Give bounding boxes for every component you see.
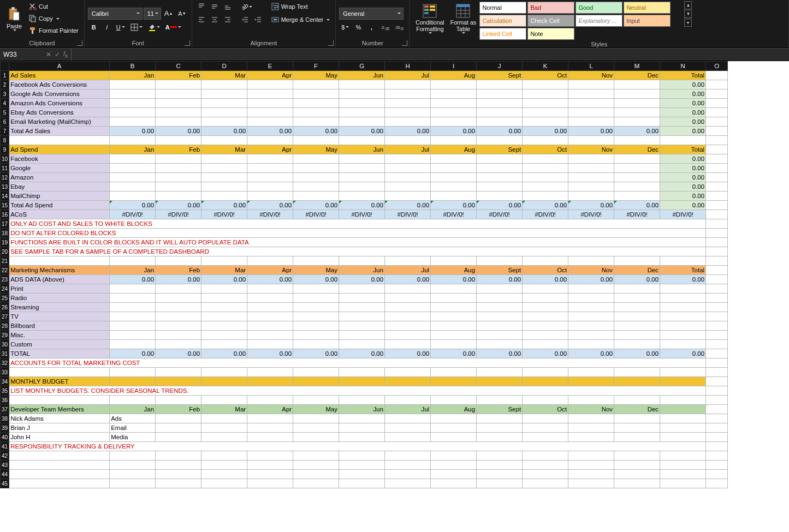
gallery-up-button[interactable]: ▲ (684, 1, 692, 9)
cell[interactable] (293, 433, 339, 442)
cell[interactable] (431, 377, 477, 386)
cell[interactable]: 0.00 (431, 201, 477, 210)
cell[interactable] (339, 451, 385, 461)
cell[interactable] (523, 108, 568, 117)
row-header[interactable]: 8 (1, 136, 9, 145)
cell[interactable] (110, 303, 156, 312)
cell[interactable] (247, 470, 293, 479)
cell[interactable] (339, 331, 385, 340)
cell[interactable] (339, 414, 385, 423)
cell[interactable]: Nov (568, 266, 614, 275)
fx-button[interactable]: fx (63, 50, 68, 59)
cell[interactable] (614, 303, 660, 312)
cell[interactable]: Email (110, 423, 156, 433)
cell[interactable] (385, 294, 431, 303)
cell[interactable] (706, 479, 728, 488)
cell[interactable] (660, 470, 706, 479)
cell[interactable] (568, 433, 614, 442)
cell[interactable]: 0.00 (293, 349, 339, 358)
format-painter-button[interactable]: Format Painter (27, 25, 81, 36)
cell[interactable] (477, 312, 523, 321)
cell[interactable] (110, 80, 156, 89)
column-header[interactable]: I (431, 62, 477, 71)
cell[interactable] (385, 470, 431, 479)
cell[interactable] (568, 154, 614, 164)
cell[interactable] (293, 108, 339, 117)
cell[interactable] (247, 414, 293, 423)
cell[interactable] (477, 433, 523, 442)
cell[interactable] (339, 89, 385, 99)
cell[interactable]: Oct (523, 71, 568, 80)
cell[interactable]: 0.00 (339, 349, 385, 358)
cell[interactable] (156, 321, 201, 331)
increase-indent-button[interactable] (252, 14, 264, 25)
cell[interactable]: 0.00 (523, 201, 568, 210)
row-header[interactable]: 41 (1, 442, 9, 451)
cell[interactable] (156, 294, 201, 303)
cell[interactable]: Ebay Ads Conversions (9, 108, 110, 117)
row-header[interactable]: 27 (1, 312, 9, 321)
cell[interactable] (201, 80, 247, 89)
cell[interactable]: Dec (614, 71, 660, 80)
cell[interactable] (385, 99, 431, 108)
cell[interactable] (293, 192, 339, 201)
cell[interactable] (523, 256, 568, 266)
cell[interactable] (614, 368, 660, 377)
cell[interactable] (523, 164, 568, 173)
column-header[interactable]: K (523, 62, 568, 71)
cell[interactable] (477, 154, 523, 164)
cell[interactable]: May (293, 71, 339, 80)
cell[interactable] (201, 164, 247, 173)
cell[interactable] (385, 479, 431, 488)
cell-style-chip[interactable]: Calculation (479, 15, 526, 27)
row-header[interactable]: 22 (1, 266, 9, 275)
cell[interactable]: MONTHLY BUDGET (9, 377, 110, 386)
cell[interactable]: #DIV/0! (660, 210, 706, 219)
cell[interactable] (568, 136, 614, 145)
cell[interactable]: Media (110, 433, 156, 442)
cell[interactable] (201, 284, 247, 294)
cell[interactable] (201, 377, 247, 386)
cell[interactable] (568, 340, 614, 349)
cell[interactable]: Sept (477, 266, 523, 275)
cell[interactable] (660, 368, 706, 377)
merge-center-button[interactable]: Merge & Center (269, 14, 333, 25)
cell[interactable] (339, 423, 385, 433)
cell[interactable] (431, 368, 477, 377)
cell[interactable] (293, 461, 339, 470)
cell[interactable] (110, 451, 156, 461)
cell[interactable] (431, 136, 477, 145)
cell[interactable]: 0.00 (614, 201, 660, 210)
row-header[interactable]: 38 (1, 414, 9, 423)
percent-format-button[interactable]: % (352, 22, 364, 33)
cell[interactable]: Total (660, 145, 706, 154)
gallery-down-button[interactable]: ▼ (684, 10, 692, 18)
cell[interactable]: Jan (110, 405, 156, 414)
cell[interactable] (339, 321, 385, 331)
cell[interactable]: John H (9, 433, 110, 442)
cell[interactable]: Marketing Mechanisms (9, 266, 110, 275)
cell[interactable]: #DIV/0! (385, 210, 431, 219)
column-header[interactable]: C (156, 62, 201, 71)
cell[interactable]: Jul (385, 71, 431, 80)
cell[interactable] (477, 164, 523, 173)
cell[interactable] (385, 396, 431, 405)
cell[interactable] (568, 470, 614, 479)
cell[interactable]: Mar (201, 71, 247, 80)
cell[interactable] (614, 182, 660, 192)
row-header[interactable]: 33 (1, 368, 9, 377)
cell[interactable]: 0.00 (431, 275, 477, 284)
cell[interactable] (110, 479, 156, 488)
column-header[interactable]: M (614, 62, 660, 71)
cell[interactable] (385, 368, 431, 377)
cell[interactable] (660, 331, 706, 340)
cell[interactable] (385, 433, 431, 442)
cell[interactable] (706, 219, 728, 229)
cell[interactable] (614, 294, 660, 303)
cell[interactable] (660, 294, 706, 303)
cell[interactable] (247, 294, 293, 303)
align-bottom-button[interactable] (222, 1, 234, 12)
column-header[interactable]: H (385, 62, 431, 71)
row-header[interactable]: 26 (1, 303, 9, 312)
cell[interactable] (568, 396, 614, 405)
